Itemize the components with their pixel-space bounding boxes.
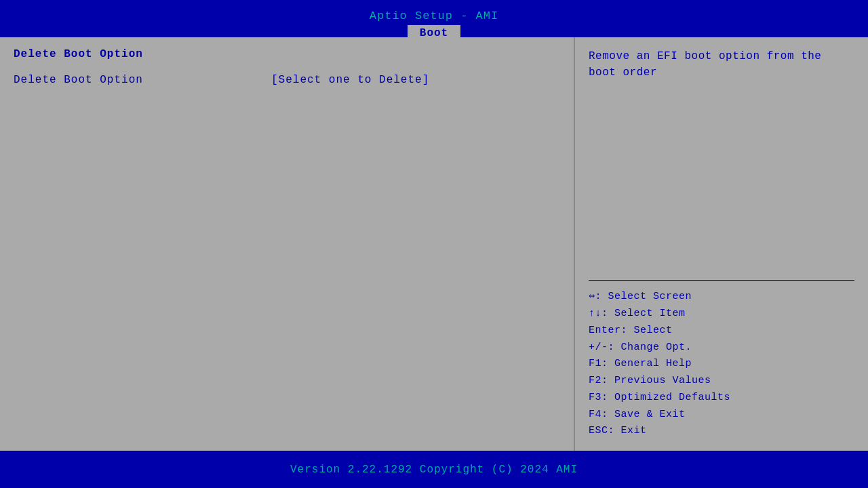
key-legend-line-3: Enter: Select	[589, 323, 854, 340]
left-panel: Delete Boot Option Delete Boot Option [S…	[0, 37, 575, 451]
key-legend-line-1: ⇔: Select Screen	[589, 289, 854, 306]
key-legend-line-5: F1: General Help	[589, 356, 854, 373]
header: Aptio Setup - AMI Boot	[0, 0, 868, 37]
key-legend-line-6: F2: Previous Values	[589, 373, 854, 390]
help-text: Remove an EFI boot option from the boot …	[589, 48, 854, 274]
app-title: Aptio Setup - AMI	[370, 5, 498, 22]
key-legend-line-7: F3: Optimized Defaults	[589, 390, 854, 407]
key-legend: ⇔: Select Screen ↑↓: Select Item Enter: …	[589, 289, 854, 440]
section-title: Delete Boot Option	[14, 48, 560, 60]
divider	[589, 280, 854, 281]
key-legend-line-9: ESC: Exit	[589, 423, 854, 440]
right-panel: Remove an EFI boot option from the boot …	[575, 37, 868, 451]
key-legend-line-4: +/-: Change Opt.	[589, 340, 854, 357]
main-content: Delete Boot Option Delete Boot Option [S…	[0, 37, 868, 451]
key-legend-line-2: ↑↓: Select Item	[589, 306, 854, 323]
key-legend-line-8: F4: Save & Exit	[589, 407, 854, 424]
delete-boot-option-label: Delete Boot Option	[14, 74, 271, 86]
footer: Version 2.22.1292 Copyright (C) 2024 AMI	[0, 451, 868, 488]
version-text: Version 2.22.1292 Copyright (C) 2024 AMI	[290, 464, 578, 476]
delete-boot-option-row[interactable]: Delete Boot Option [Select one to Delete…	[14, 74, 560, 86]
delete-boot-option-value[interactable]: [Select one to Delete]	[271, 74, 429, 86]
